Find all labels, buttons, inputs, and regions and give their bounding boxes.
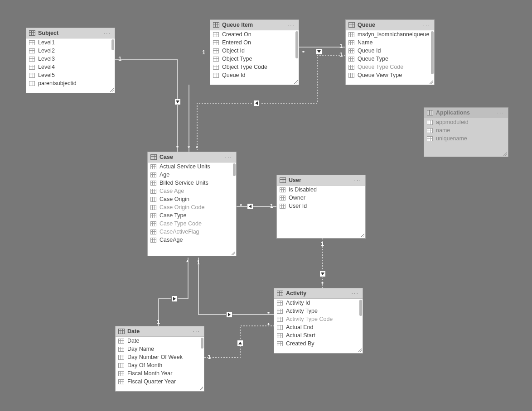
entity-queue[interactable]: Queue ··· msdyn_isomnichannelqueue Name … xyxy=(345,19,435,85)
field-row[interactable]: Day Number Of Week xyxy=(116,353,204,361)
field-row[interactable]: Day Of Month xyxy=(116,361,204,369)
entity-subject[interactable]: Subject ··· Level1 Level2 Level3 Level4 … xyxy=(26,28,115,93)
field-label: Fiscal Month Year xyxy=(127,370,172,377)
field-label: Name xyxy=(358,39,372,46)
scrollbar-thumb[interactable] xyxy=(233,163,236,176)
relationship-direction-icon xyxy=(253,100,260,106)
column-icon xyxy=(118,363,125,368)
cardinality-label: * xyxy=(321,281,324,287)
entity-header[interactable]: Date ··· xyxy=(116,326,204,337)
field-row[interactable]: Level2 xyxy=(26,47,115,55)
relationship-direction-icon xyxy=(171,296,178,302)
field-row[interactable]: CaseAge xyxy=(148,236,236,244)
field-row[interactable]: Activity Type xyxy=(274,307,363,315)
cardinality-label: 1 xyxy=(197,259,200,266)
field-row[interactable]: Queue Type Code xyxy=(346,63,434,71)
field-row[interactable]: Object Type Code xyxy=(210,63,299,71)
field-row[interactable]: Level4 xyxy=(26,63,115,71)
resize-grip-icon[interactable] xyxy=(294,80,298,84)
field-row[interactable]: Case Type Code xyxy=(148,220,236,228)
entity-header[interactable]: Applications ··· xyxy=(424,108,508,118)
field-row[interactable]: Level3 xyxy=(26,55,115,63)
field-row[interactable]: Queue Id xyxy=(210,71,299,79)
field-row[interactable]: Day Name xyxy=(116,345,204,353)
column-icon xyxy=(29,64,35,70)
entity-menu-icon[interactable]: ··· xyxy=(352,290,360,296)
scrollbar-thumb[interactable] xyxy=(111,39,114,50)
field-row[interactable]: Queue View Type xyxy=(346,71,434,79)
field-row[interactable]: Object Id xyxy=(210,47,299,55)
entity-menu-icon[interactable]: ··· xyxy=(423,22,431,28)
field-row[interactable]: Fiscal Month Year xyxy=(116,369,204,378)
field-row[interactable]: msdyn_isomnichannelqueue xyxy=(346,30,434,38)
field-row[interactable]: Billed Service Units xyxy=(148,179,236,187)
field-row[interactable]: Object Type xyxy=(210,55,299,63)
field-row[interactable]: Is Disabled xyxy=(277,186,365,194)
field-label: Is Disabled xyxy=(289,186,317,193)
field-row[interactable]: parentsubjectid xyxy=(26,79,115,87)
entity-applications[interactable]: Applications ··· appmoduleid name unique… xyxy=(424,107,508,157)
entity-queue-item[interactable]: Queue Item ··· Created On Entered On Obj… xyxy=(210,19,299,85)
field-row[interactable]: Date xyxy=(116,337,204,345)
entity-date[interactable]: Date ··· Date Day Name Day Number Of Wee… xyxy=(115,326,204,392)
scrollbar-thumb[interactable] xyxy=(431,31,434,74)
field-row[interactable]: Age xyxy=(148,171,236,179)
entity-menu-icon[interactable]: ··· xyxy=(288,22,296,28)
field-row[interactable]: Case Age xyxy=(148,187,236,195)
field-row[interactable]: Case Origin xyxy=(148,195,236,203)
field-row[interactable]: Entered On xyxy=(210,38,299,47)
column-icon xyxy=(150,164,157,169)
entity-header[interactable]: Case ··· xyxy=(148,152,236,162)
entity-menu-icon[interactable]: ··· xyxy=(193,328,201,335)
entity-menu-icon[interactable]: ··· xyxy=(497,110,505,116)
field-row[interactable]: Fiscal Quarter Year xyxy=(116,378,204,386)
field-row[interactable]: Actual Start xyxy=(274,331,363,339)
field-row[interactable]: Level5 xyxy=(26,71,115,79)
field-row[interactable]: Queue Id xyxy=(346,47,434,55)
resize-grip-icon[interactable] xyxy=(199,387,203,390)
cardinality-label: 1 xyxy=(202,49,205,56)
entity-menu-icon[interactable]: ··· xyxy=(225,154,233,160)
field-row[interactable]: name xyxy=(424,126,508,134)
field-row[interactable]: Activity Type Code xyxy=(274,315,363,323)
field-row[interactable]: Activity Id xyxy=(274,299,363,307)
field-row[interactable]: Level1 xyxy=(26,38,115,47)
field-row[interactable]: Name xyxy=(346,38,434,47)
field-row[interactable]: Case Type xyxy=(148,211,236,220)
entity-activity[interactable]: Activity ··· Activity Id Activity Type A… xyxy=(274,288,363,354)
entity-header[interactable]: Queue ··· xyxy=(346,20,434,30)
entity-title: Queue xyxy=(358,22,423,28)
field-label: Case Age xyxy=(160,188,184,194)
entity-menu-icon[interactable]: ··· xyxy=(354,177,363,183)
field-row[interactable]: Actual End xyxy=(274,323,363,331)
entity-user[interactable]: User ··· Is Disabled Owner User Id xyxy=(276,175,366,239)
entity-header[interactable]: Queue Item ··· xyxy=(210,20,299,30)
column-icon xyxy=(348,64,355,70)
field-row[interactable]: Actual Service Units xyxy=(148,162,236,171)
field-label: Queue View Type xyxy=(358,72,402,78)
scrollbar-thumb[interactable] xyxy=(295,31,298,58)
resize-grip-icon[interactable] xyxy=(361,234,364,237)
field-row[interactable]: uniquename xyxy=(424,134,508,143)
field-row[interactable]: User Id xyxy=(277,202,365,210)
scrollbar-thumb[interactable] xyxy=(201,338,203,349)
resize-grip-icon[interactable] xyxy=(503,152,507,156)
entity-header[interactable]: Subject ··· xyxy=(26,28,115,38)
scrollbar-thumb[interactable] xyxy=(359,300,362,316)
entity-menu-icon[interactable]: ··· xyxy=(104,30,112,36)
resize-grip-icon[interactable] xyxy=(430,80,433,84)
field-row[interactable]: CaseActiveFlag xyxy=(148,228,236,236)
field-row[interactable]: Created By xyxy=(274,339,363,348)
entity-header[interactable]: User ··· xyxy=(277,175,365,186)
field-row[interactable]: appmoduleid xyxy=(424,118,508,126)
resize-grip-icon[interactable] xyxy=(358,349,362,352)
resize-grip-icon[interactable] xyxy=(110,88,114,92)
entity-case[interactable]: Case ··· Actual Service Units Age Billed… xyxy=(147,152,237,256)
field-row[interactable]: Case Origin Code xyxy=(148,203,236,211)
field-row[interactable]: Created On xyxy=(210,30,299,38)
entity-header[interactable]: Activity ··· xyxy=(274,288,363,299)
field-row[interactable]: Queue Type xyxy=(346,55,434,63)
column-icon xyxy=(150,196,157,202)
field-row[interactable]: Owner xyxy=(277,194,365,202)
resize-grip-icon[interactable] xyxy=(232,251,235,255)
